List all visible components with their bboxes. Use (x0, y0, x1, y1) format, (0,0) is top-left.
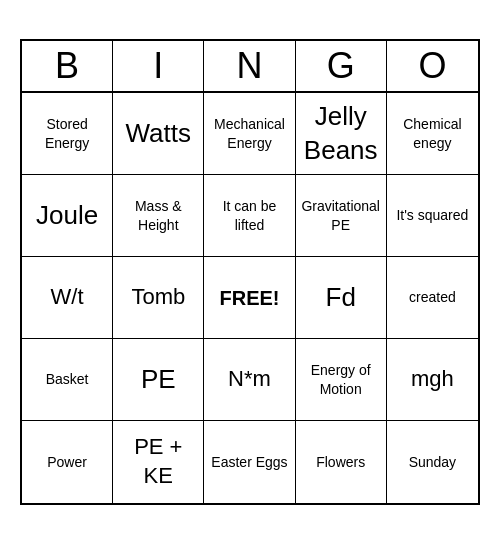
bingo-cell-3: Jelly Beans (296, 93, 387, 175)
header-letter-B: B (22, 41, 113, 91)
bingo-cell-16: PE (113, 339, 204, 421)
bingo-cell-15: Basket (22, 339, 113, 421)
bingo-cell-17: N*m (204, 339, 295, 421)
bingo-cell-0: Stored Energy (22, 93, 113, 175)
bingo-grid: Stored EnergyWattsMechanical EnergyJelly… (22, 93, 478, 503)
bingo-cell-6: Mass & Height (113, 175, 204, 257)
bingo-cell-11: Tomb (113, 257, 204, 339)
bingo-cell-4: Chemical enegy (387, 93, 478, 175)
bingo-cell-18: Energy of Motion (296, 339, 387, 421)
bingo-cell-8: Gravitational PE (296, 175, 387, 257)
bingo-cell-20: Power (22, 421, 113, 503)
bingo-cell-5: Joule (22, 175, 113, 257)
bingo-cell-19: mgh (387, 339, 478, 421)
bingo-cell-23: Flowers (296, 421, 387, 503)
bingo-cell-13: Fd (296, 257, 387, 339)
bingo-cell-21: PE + KE (113, 421, 204, 503)
header-letter-I: I (113, 41, 204, 91)
bingo-header: BINGO (22, 41, 478, 93)
bingo-cell-1: Watts (113, 93, 204, 175)
bingo-cell-14: created (387, 257, 478, 339)
bingo-cell-12: FREE! (204, 257, 295, 339)
header-letter-N: N (204, 41, 295, 91)
bingo-cell-9: It's squared (387, 175, 478, 257)
header-letter-G: G (296, 41, 387, 91)
bingo-cell-22: Easter Eggs (204, 421, 295, 503)
bingo-cell-24: Sunday (387, 421, 478, 503)
bingo-card: BINGO Stored EnergyWattsMechanical Energ… (20, 39, 480, 505)
bingo-cell-10: W/t (22, 257, 113, 339)
header-letter-O: O (387, 41, 478, 91)
bingo-cell-2: Mechanical Energy (204, 93, 295, 175)
bingo-cell-7: It can be lifted (204, 175, 295, 257)
